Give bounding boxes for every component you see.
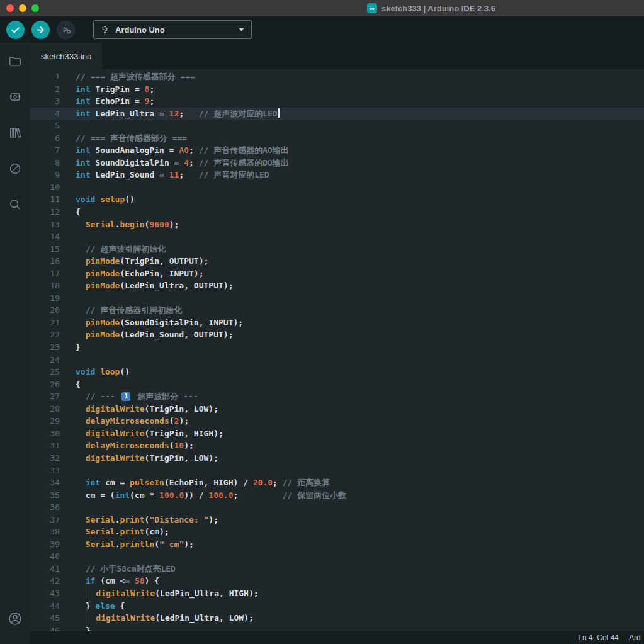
line-number: 20 [30,304,60,317]
code-line[interactable]: 1// === 超声波传感器部分 === [30,71,644,83]
code-text: if (cm <= 58) { [76,575,159,587]
board-selector-dropdown[interactable]: Arduino Uno [93,20,252,39]
code-token: pinMode [86,318,120,327]
code-line[interactable]: 43 digitalWrite(LedPin_Ultra, HIGH); [30,587,644,600]
zoom-window-button[interactable] [31,4,39,12]
code-text: { [76,206,81,218]
code-line[interactable]: 29 delayMicroseconds(2); [30,415,644,427]
code-line[interactable]: 14 [30,230,644,243]
code-line[interactable]: 11void setup() [30,193,644,206]
account-button[interactable] [0,605,30,633]
close-window-button[interactable] [6,4,14,12]
code-token: // 超声波引脚初始化 [76,244,166,254]
code-token: // 小于58cm时点亮LED [76,564,176,573]
code-line[interactable]: 46 } [30,624,644,631]
code-token: ); [208,515,218,524]
code-line[interactable]: 36 [30,501,644,514]
code-text: Serial.begin(9600); [76,218,179,231]
code-line[interactable]: 4int LedPin_Ultra = 12; // 超声波对应的LED [30,108,644,120]
code-line[interactable]: 13 Serial.begin(9600); [30,218,644,231]
code-token: cm = ( [76,490,115,500]
code-line[interactable]: 21 pinMode(SoundDigitalPin, INPUT); [30,317,644,329]
debug-button[interactable] [57,21,75,39]
code-text: pinMode(LedPin_Ultra, OUTPUT); [76,280,233,292]
code-line[interactable]: 7int SoundAnalogPin = A0; // 声音传感器的AO输出 [30,144,644,157]
line-number: 41 [30,563,60,575]
code-text: } [76,624,90,631]
code-line[interactable]: 27 // --- 1 超声波部分 --- [30,390,644,403]
code-line[interactable]: 15 // 超声波引脚初始化 [30,243,644,256]
code-line[interactable]: 6// === 声音传感器部分 === [30,132,644,145]
titlebar: ∞ sketch333 | Arduino IDE 2.3.6 [0,0,644,16]
code-token: Serial [86,220,115,229]
code-line[interactable]: 33 [30,465,644,477]
person-circle-icon [8,611,23,626]
code-line[interactable]: 34 int cm = pulseIn(EchoPin, HIGH) / 20.… [30,477,644,489]
code-text: // === 声音传感器部分 === [76,132,187,145]
sidebar-item-sketchbook[interactable] [0,43,30,79]
code-line[interactable]: 3int EchoPin = 9; [30,95,644,108]
code-line[interactable]: 38 Serial.print(cm); [30,526,644,538]
code-token: ; [149,84,154,94]
upload-button[interactable] [31,21,50,39]
verify-button[interactable] [6,21,25,39]
code-line[interactable]: 44 } else { [30,600,644,613]
code-line[interactable]: 22 pinMode(LedPin_Sound, OUTPUT); [30,329,644,341]
arrow-right-icon [36,25,45,35]
code-text: int SoundAnalogPin = A0; // 声音传感器的AO输出 [76,144,289,157]
board-icon [8,90,22,104]
code-token: // 超声波对应的LED [199,109,278,118]
code-line[interactable]: 17 pinMode(EchoPin, INPUT); [30,268,644,280]
code-line[interactable]: 45 digitalWrite(LedPin_Ultra, LOW); [30,612,644,624]
code-line[interactable]: 19 [30,292,644,305]
code-line[interactable]: 40 [30,550,644,563]
code-line[interactable]: 20 // 声音传感器引脚初始化 [30,304,644,317]
code-line[interactable]: 31 delayMicroseconds(10); [30,439,644,452]
code-line[interactable]: 39 Serial.println(" cm"); [30,538,644,551]
code-line[interactable]: 12{ [30,206,644,218]
code-token: // === 超声波传感器部分 === [76,72,195,81]
line-number: 33 [30,465,60,477]
sidebar-item-library-manager[interactable] [0,115,30,150]
code-text: pinMode(SoundDigitalPin, INPUT); [76,317,243,329]
code-line[interactable]: 41 // 小于58cm时点亮LED [30,563,644,575]
sidebar-item-search[interactable] [0,186,30,222]
code-token: 10 [174,441,184,450]
minimize-window-button[interactable] [19,4,26,12]
code-token: // --- [76,392,120,401]
code-line[interactable]: 16 pinMode(TrigPin, OUTPUT); [30,255,644,268]
code-editor[interactable]: 1// === 超声波传感器部分 ===2int TrigPin = 8;3in… [30,69,644,631]
code-line[interactable]: 42 if (cm <= 58) { [30,575,644,587]
folder-icon [8,54,22,68]
window-title-group: ∞ sketch333 | Arduino IDE 2.3.6 [367,0,495,16]
code-token [86,613,96,623]
code-line[interactable]: 2int TrigPin = 8; [30,83,644,96]
window-title: sketch333 | Arduino IDE 2.3.6 [381,4,495,13]
line-number: 30 [30,427,60,440]
code-line[interactable]: 9int LedPin_Sound = 11; // 声音对应的LED [30,169,644,181]
code-token: delayMicroseconds [86,441,169,450]
code-line[interactable]: 25void loop() [30,366,644,378]
code-line[interactable]: 26{ [30,378,644,391]
code-token: { [76,380,81,389]
code-line[interactable]: 24 [30,354,644,366]
code-line[interactable]: 5 [30,120,644,132]
sidebar-item-debug[interactable] [0,150,30,186]
line-number: 10 [30,181,60,194]
code-line[interactable]: 30 digitalWrite(TrigPin, HIGH); [30,427,644,440]
code-line[interactable]: 37 Serial.print("Distance: "); [30,514,644,526]
code-line[interactable]: 10 [30,181,644,194]
code-line[interactable]: 32 digitalWrite(TrigPin, LOW); [30,452,644,465]
code-text: // 声音传感器引脚初始化 [76,304,182,317]
tab-sketch333-ino[interactable]: sketch333.ino [30,43,102,69]
sidebar-item-boards-manager[interactable] [0,79,30,115]
code-text: // --- 1 超声波部分 --- [76,390,198,403]
code-text: // 超声波引脚初始化 [76,243,166,256]
code-line[interactable]: 35 cm = (int(cm * 100.0)) / 100.0; // 保留… [30,489,644,502]
code-line[interactable]: 8int SoundDigitalPin = 4; // 声音传感器的DO输出 [30,157,644,169]
code-line[interactable]: 18 pinMode(LedPin_Ultra, OUTPUT); [30,280,644,292]
code-token [76,429,86,438]
code-token: Serial [86,527,115,536]
code-line[interactable]: 28 digitalWrite(TrigPin, LOW); [30,403,644,415]
code-line[interactable]: 23} [30,341,644,354]
